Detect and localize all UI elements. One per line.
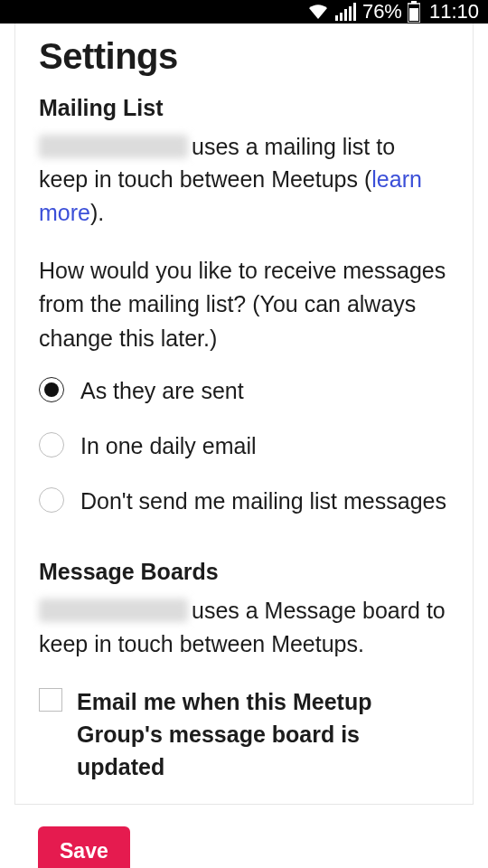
- page: Settings Mailing List uses a mailing lis…: [0, 24, 488, 868]
- radio-icon: [39, 432, 64, 458]
- radio-label: Don't send me mailing list messages: [80, 486, 446, 517]
- clock: 11:10: [429, 0, 479, 24]
- message-boards-description: uses a Message board to keep in touch be…: [39, 594, 449, 660]
- redacted-group-name: [39, 599, 188, 622]
- wifi-icon: [306, 3, 330, 21]
- svg-rect-2: [344, 9, 347, 21]
- battery-icon: [408, 1, 420, 23]
- redacted-group-name: [39, 135, 188, 158]
- radio-as-sent[interactable]: As they are sent: [39, 375, 449, 407]
- checkbox-label: Email me when this Meetup Group's messag…: [77, 685, 449, 784]
- email-on-board-update[interactable]: Email me when this Meetup Group's messag…: [39, 685, 449, 784]
- battery-percent: 76%: [362, 0, 402, 24]
- svg-rect-1: [340, 13, 343, 21]
- radio-icon: [39, 377, 64, 402]
- settings-card: Settings Mailing List uses a mailing lis…: [14, 24, 474, 805]
- footer: Save: [14, 805, 474, 869]
- checkbox-icon: [39, 688, 62, 712]
- svg-rect-0: [335, 15, 338, 21]
- svg-rect-3: [349, 6, 352, 21]
- radio-dont-send[interactable]: Don't send me mailing list messages: [39, 486, 449, 517]
- mailing-list-heading: Mailing List: [39, 95, 449, 121]
- mailing-list-description: uses a mailing list to keep in touch bet…: [39, 130, 449, 229]
- save-button[interactable]: Save: [38, 826, 130, 869]
- page-title: Settings: [39, 36, 449, 77]
- svg-rect-7: [409, 8, 418, 21]
- radio-label: In one daily email: [80, 430, 257, 462]
- radio-daily-email[interactable]: In one daily email: [39, 430, 449, 462]
- status-bar: 76% 11:10: [0, 0, 488, 24]
- message-boards-heading: Message Boards: [39, 559, 449, 585]
- svg-rect-4: [353, 3, 356, 21]
- radio-icon: [39, 487, 64, 513]
- signal-icon: [335, 3, 357, 21]
- mailing-list-question: How would you like to receive messages f…: [39, 254, 449, 356]
- radio-label: As they are sent: [80, 375, 244, 407]
- mailing-list-options: As they are sent In one daily email Don'…: [39, 375, 449, 517]
